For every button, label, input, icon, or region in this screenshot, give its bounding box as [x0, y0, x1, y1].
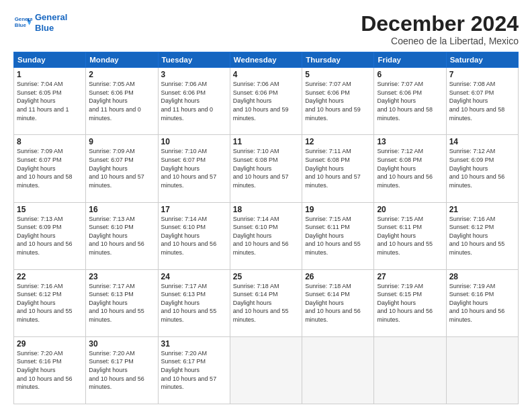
calendar-cell: 2Sunrise: 7:05 AMSunset: 6:06 PMDaylight… — [86, 68, 158, 135]
calendar-cell: 19Sunrise: 7:15 AMSunset: 6:11 PMDayligh… — [302, 202, 374, 269]
day-number: 14 — [449, 137, 515, 146]
calendar-cell: 17Sunrise: 7:14 AMSunset: 6:10 PMDayligh… — [158, 202, 230, 269]
day-info: Sunrise: 7:14 AMSunset: 6:10 PMDaylight … — [161, 215, 227, 257]
day-number: 17 — [161, 205, 227, 214]
logo-icon: General Blue — [13, 13, 32, 32]
day-number: 30 — [89, 339, 154, 349]
day-header-wednesday: Wednesday — [230, 52, 302, 68]
calendar-cell: 11Sunrise: 7:10 AMSunset: 6:08 PMDayligh… — [230, 135, 302, 202]
day-header-tuesday: Tuesday — [158, 52, 230, 68]
calendar-cell: 6Sunrise: 7:07 AMSunset: 6:06 PMDaylight… — [374, 68, 446, 135]
day-info: Sunrise: 7:13 AMSunset: 6:10 PMDaylight … — [89, 215, 154, 257]
day-number: 2 — [89, 70, 154, 79]
day-info: Sunrise: 7:10 AMSunset: 6:07 PMDaylight … — [161, 147, 227, 189]
logo-text: General Blue — [35, 12, 67, 33]
calendar-cell: 30Sunrise: 7:20 AMSunset: 6:17 PMDayligh… — [86, 336, 158, 404]
page: General Blue General Blue December 2024 … — [0, 0, 532, 411]
day-info: Sunrise: 7:15 AMSunset: 6:11 PMDaylight … — [377, 215, 443, 257]
day-number: 31 — [161, 339, 227, 349]
day-number: 3 — [161, 70, 227, 79]
day-info: Sunrise: 7:12 AMSunset: 6:08 PMDaylight … — [377, 147, 443, 189]
calendar-cell: 10Sunrise: 7:10 AMSunset: 6:07 PMDayligh… — [158, 135, 230, 202]
day-info: Sunrise: 7:06 AMSunset: 6:06 PMDaylight … — [233, 80, 299, 122]
day-number: 9 — [89, 137, 154, 146]
day-info: Sunrise: 7:19 AMSunset: 6:15 PMDaylight … — [377, 282, 443, 324]
calendar-cell: 25Sunrise: 7:18 AMSunset: 6:14 PMDayligh… — [230, 269, 302, 336]
day-info: Sunrise: 7:20 AMSunset: 6:16 PMDaylight … — [17, 349, 83, 392]
calendar-cell — [374, 336, 446, 404]
calendar-cell: 4Sunrise: 7:06 AMSunset: 6:06 PMDaylight… — [230, 68, 302, 135]
day-number: 13 — [377, 137, 443, 146]
day-number: 5 — [305, 70, 371, 79]
day-header-thursday: Thursday — [302, 52, 374, 68]
calendar-cell — [446, 336, 518, 404]
day-number: 18 — [233, 205, 299, 214]
day-number: 6 — [377, 70, 443, 79]
calendar-cell: 8Sunrise: 7:09 AMSunset: 6:07 PMDaylight… — [14, 135, 86, 202]
day-info: Sunrise: 7:08 AMSunset: 6:07 PMDaylight … — [449, 80, 515, 122]
day-number: 19 — [305, 205, 371, 214]
logo: General Blue General Blue — [13, 12, 67, 33]
day-info: Sunrise: 7:07 AMSunset: 6:06 PMDaylight … — [305, 80, 371, 122]
calendar-cell: 14Sunrise: 7:12 AMSunset: 6:09 PMDayligh… — [446, 135, 518, 202]
day-info: Sunrise: 7:12 AMSunset: 6:09 PMDaylight … — [449, 147, 515, 189]
day-info: Sunrise: 7:18 AMSunset: 6:14 PMDaylight … — [305, 282, 371, 324]
day-info: Sunrise: 7:18 AMSunset: 6:14 PMDaylight … — [233, 282, 299, 324]
day-number: 24 — [161, 272, 227, 281]
day-info: Sunrise: 7:20 AMSunset: 6:17 PMDaylight … — [161, 349, 227, 392]
day-number: 10 — [161, 137, 227, 146]
day-info: Sunrise: 7:20 AMSunset: 6:17 PMDaylight … — [89, 349, 154, 392]
header: General Blue General Blue December 2024 … — [13, 12, 519, 46]
calendar-cell: 27Sunrise: 7:19 AMSunset: 6:15 PMDayligh… — [374, 269, 446, 336]
day-number: 8 — [17, 137, 83, 146]
day-info: Sunrise: 7:17 AMSunset: 6:13 PMDaylight … — [89, 282, 154, 324]
week-row-5: 29Sunrise: 7:20 AMSunset: 6:16 PMDayligh… — [14, 336, 519, 404]
calendar-cell: 22Sunrise: 7:16 AMSunset: 6:12 PMDayligh… — [14, 269, 86, 336]
calendar-cell: 24Sunrise: 7:17 AMSunset: 6:13 PMDayligh… — [158, 269, 230, 336]
day-number: 21 — [449, 205, 515, 214]
day-info: Sunrise: 7:19 AMSunset: 6:16 PMDaylight … — [449, 282, 515, 324]
day-info: Sunrise: 7:04 AMSunset: 6:05 PMDaylight … — [17, 80, 83, 122]
day-info: Sunrise: 7:11 AMSunset: 6:08 PMDaylight … — [305, 147, 371, 189]
calendar-cell: 26Sunrise: 7:18 AMSunset: 6:14 PMDayligh… — [302, 269, 374, 336]
day-number: 11 — [233, 137, 299, 146]
calendar-cell: 28Sunrise: 7:19 AMSunset: 6:16 PMDayligh… — [446, 269, 518, 336]
day-number: 4 — [233, 70, 299, 79]
calendar-cell: 18Sunrise: 7:14 AMSunset: 6:10 PMDayligh… — [230, 202, 302, 269]
logo-line1: General — [35, 12, 67, 22]
calendar-cell: 1Sunrise: 7:04 AMSunset: 6:05 PMDaylight… — [14, 68, 86, 135]
day-number: 23 — [89, 272, 154, 281]
day-info: Sunrise: 7:13 AMSunset: 6:09 PMDaylight … — [17, 215, 83, 257]
calendar-table: SundayMondayTuesdayWednesdayThursdayFrid… — [13, 52, 519, 404]
day-header-friday: Friday — [374, 52, 446, 68]
day-info: Sunrise: 7:09 AMSunset: 6:07 PMDaylight … — [17, 147, 83, 189]
day-info: Sunrise: 7:15 AMSunset: 6:11 PMDaylight … — [305, 215, 371, 257]
calendar-cell: 12Sunrise: 7:11 AMSunset: 6:08 PMDayligh… — [302, 135, 374, 202]
day-header-saturday: Saturday — [446, 52, 518, 68]
calendar-header-row: SundayMondayTuesdayWednesdayThursdayFrid… — [14, 52, 519, 68]
day-number: 7 — [449, 70, 515, 79]
day-number: 15 — [17, 205, 83, 214]
day-info: Sunrise: 7:14 AMSunset: 6:10 PMDaylight … — [233, 215, 299, 257]
calendar-cell — [302, 336, 374, 404]
day-number: 29 — [17, 339, 83, 349]
calendar-cell: 21Sunrise: 7:16 AMSunset: 6:12 PMDayligh… — [446, 202, 518, 269]
day-info: Sunrise: 7:16 AMSunset: 6:12 PMDaylight … — [17, 282, 83, 324]
calendar-cell: 7Sunrise: 7:08 AMSunset: 6:07 PMDaylight… — [446, 68, 518, 135]
day-number: 26 — [305, 272, 371, 281]
calendar-cell — [230, 336, 302, 404]
day-info: Sunrise: 7:07 AMSunset: 6:06 PMDaylight … — [377, 80, 443, 122]
subtitle: Coeneo de la Libertad, Mexico — [361, 36, 519, 46]
day-number: 12 — [305, 137, 371, 146]
day-number: 20 — [377, 205, 443, 214]
logo-line2: Blue — [35, 23, 54, 33]
calendar-body: 1Sunrise: 7:04 AMSunset: 6:05 PMDaylight… — [14, 68, 519, 404]
day-number: 28 — [449, 272, 515, 281]
calendar-cell: 5Sunrise: 7:07 AMSunset: 6:06 PMDaylight… — [302, 68, 374, 135]
day-info: Sunrise: 7:06 AMSunset: 6:06 PMDaylight … — [161, 80, 227, 122]
day-number: 1 — [17, 70, 83, 79]
calendar-cell: 31Sunrise: 7:20 AMSunset: 6:17 PMDayligh… — [158, 336, 230, 404]
day-number: 25 — [233, 272, 299, 281]
day-info: Sunrise: 7:17 AMSunset: 6:13 PMDaylight … — [161, 282, 227, 324]
day-info: Sunrise: 7:05 AMSunset: 6:06 PMDaylight … — [89, 80, 154, 122]
